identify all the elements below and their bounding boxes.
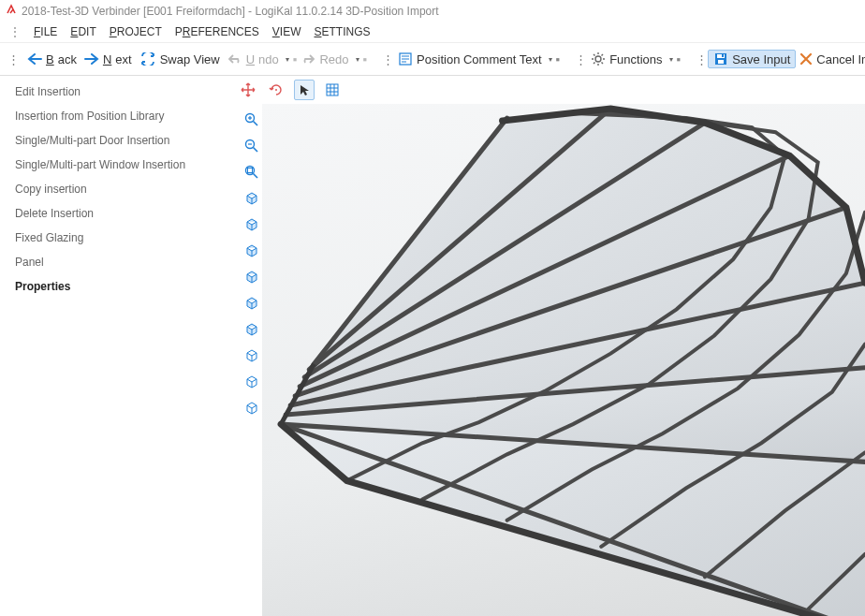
zoom-in-icon — [244, 112, 259, 127]
view-left-button[interactable] — [242, 241, 262, 261]
svg-rect-16 — [722, 54, 724, 57]
zoom-out-button[interactable] — [242, 136, 262, 156]
menu-bar: ⋮ FILE EDIT PROJECT PREFERENCES VIEW SET… — [0, 22, 865, 42]
view-top-button[interactable] — [242, 293, 262, 314]
swap-view-button[interactable]: Swap View — [136, 51, 224, 68]
3d-model-render — [262, 104, 865, 616]
view-iso3-button[interactable] — [242, 398, 262, 418]
left-sidebar: Edit Insertion Insertion from Position L… — [0, 76, 232, 616]
position-comment-dropdown-icon[interactable]: ▾ — [549, 55, 552, 64]
svg-line-28 — [254, 148, 258, 153]
svg-point-4 — [595, 56, 601, 62]
move-tool-button[interactable] — [238, 80, 258, 100]
redo-dropdown-icon[interactable]: ▾ — [356, 55, 359, 64]
svg-rect-18 — [327, 84, 338, 95]
svg-rect-32 — [248, 169, 253, 173]
3d-viewport[interactable] — [262, 104, 865, 616]
sidebar-item-edit-insertion[interactable]: Edit Insertion — [15, 85, 217, 98]
view-right-button[interactable] — [242, 267, 262, 287]
app-icon — [6, 4, 17, 18]
svg-point-17 — [275, 89, 277, 91]
grid-icon — [325, 82, 340, 97]
gear-icon — [591, 51, 606, 66]
select-tool-button[interactable] — [294, 80, 315, 100]
cube-icon — [245, 297, 258, 310]
undo-dropdown-icon[interactable]: ▾ — [286, 55, 289, 64]
svg-line-31 — [254, 174, 258, 179]
zoom-fit-button[interactable] — [242, 162, 262, 183]
menu-preferences[interactable]: PREFERENCES — [175, 25, 259, 38]
zoom-out-icon — [244, 139, 259, 154]
zoom-fit-icon — [244, 165, 259, 180]
sidebar-item-door-insertion[interactable]: Single/Multi-part Door Insertion — [15, 134, 217, 147]
redo-icon — [301, 53, 315, 65]
menu-settings[interactable]: SETTINGS — [314, 25, 370, 38]
main-toolbar: ⋮ Back Next Swap View Undo ▾ ▪ Redo ▾ ▪ … — [0, 42, 865, 76]
view-iso2-button[interactable] — [242, 372, 262, 392]
sidebar-item-copy-insertion[interactable]: Copy insertion — [15, 183, 217, 196]
svg-line-9 — [594, 54, 595, 56]
cube-icon — [245, 192, 258, 205]
view-bottom-button[interactable] — [242, 319, 262, 340]
menu-project[interactable]: PROJECT — [110, 25, 162, 38]
sidebar-item-delete-insertion[interactable]: Delete Insertion — [15, 207, 217, 220]
save-icon — [713, 51, 728, 66]
view-iso1-button[interactable] — [242, 345, 262, 366]
svg-line-11 — [594, 63, 595, 65]
svg-point-30 — [246, 167, 255, 175]
undo-icon — [227, 53, 242, 65]
undo-button[interactable]: Undo ▾ — [224, 51, 293, 68]
cube-icon — [245, 244, 258, 257]
main-area: Edit Insertion Insertion from Position L… — [0, 76, 865, 616]
view-front-button[interactable] — [242, 188, 262, 209]
pointer-icon — [298, 83, 311, 96]
svg-line-24 — [254, 122, 258, 126]
sidebar-item-fixed-glazing[interactable]: Fixed Glazing — [15, 231, 217, 244]
document-icon — [398, 52, 413, 66]
menu-file[interactable]: FILE — [34, 25, 57, 38]
grid-tool-button[interactable] — [322, 80, 343, 100]
redo-button[interactable]: Redo ▾ — [297, 51, 362, 68]
view-back-button[interactable] — [242, 214, 262, 235]
cancel-input-button[interactable]: Cancel Input of Elements — [796, 51, 865, 68]
canvas-area — [232, 76, 865, 616]
functions-dropdown-icon[interactable]: ▾ — [669, 55, 673, 64]
back-arrow-icon — [27, 53, 42, 65]
sidebar-item-properties[interactable]: Properties — [15, 280, 217, 293]
functions-button[interactable]: Functions ▾ — [587, 50, 676, 68]
sidebar-item-panel[interactable]: Panel — [15, 256, 217, 269]
window-title: 2018-Test-3D Verbinder [E001 Freiformdac… — [22, 5, 439, 18]
next-button[interactable]: Next — [81, 51, 136, 68]
cube-icon — [245, 218, 258, 231]
menu-edit[interactable]: EDIT — [70, 25, 95, 38]
position-comment-button[interactable]: Position Comment Text ▾ — [394, 51, 555, 68]
svg-rect-15 — [718, 60, 724, 64]
zoom-in-button[interactable] — [242, 110, 262, 130]
rotate-icon — [269, 82, 284, 97]
move-icon — [241, 82, 256, 97]
close-icon — [799, 52, 813, 66]
menu-view[interactable]: VIEW — [272, 25, 301, 38]
cube-icon — [245, 323, 258, 336]
sidebar-item-position-library[interactable]: Insertion from Position Library — [15, 110, 217, 123]
svg-line-10 — [602, 63, 604, 65]
back-button[interactable]: Back — [23, 51, 81, 68]
cube-wireframe-icon — [245, 402, 258, 415]
cube-icon — [245, 271, 258, 284]
cube-wireframe-icon — [245, 375, 258, 389]
save-input-button[interactable]: Save Input — [708, 50, 796, 68]
title-bar: 2018-Test-3D Verbinder [E001 Freiformdac… — [0, 0, 865, 22]
next-arrow-icon — [84, 53, 99, 65]
svg-line-12 — [602, 54, 604, 56]
sidebar-item-window-insertion[interactable]: Single/Multi-part Window Insertion — [15, 158, 217, 171]
rotate-tool-button[interactable] — [266, 80, 286, 100]
cube-wireframe-icon — [245, 349, 258, 362]
swap-icon — [139, 52, 156, 66]
canvas-horizontal-toolbar — [232, 76, 865, 104]
